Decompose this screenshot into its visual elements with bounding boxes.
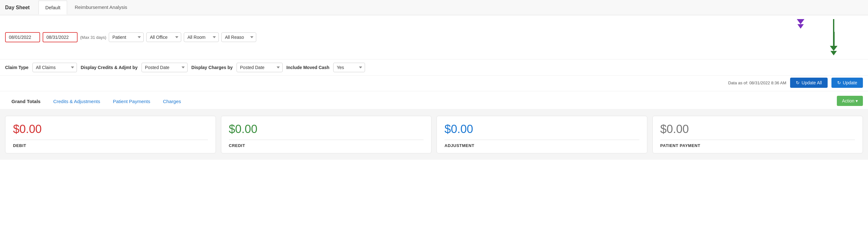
arrows-wrapper: [797, 19, 863, 55]
data-as-of-label: Data as of: 08/31/2022 8:36 AM: [728, 81, 786, 85]
patient-payment-divider: [660, 140, 855, 140]
update-all-refresh-icon: ↻: [796, 80, 800, 85]
update-button[interactable]: ↻ Update: [831, 78, 863, 88]
patient-payment-card: $0.00 PATIENT PAYMENT: [652, 116, 863, 153]
app-title: Day Sheet: [5, 1, 36, 14]
office-select[interactable]: All Office: [146, 32, 181, 42]
adjustment-card: $0.00 ADJUSTMENT: [437, 116, 647, 153]
claim-type-select[interactable]: All Claims Primary Secondary: [32, 63, 77, 72]
claim-type-label: Claim Type: [5, 65, 29, 70]
action-button-label: Action ▾: [842, 98, 858, 103]
tab-reimbursement[interactable]: Reimbursement Analysis: [68, 1, 133, 14]
tab-credits-adjustments[interactable]: Credits & Adjustments: [47, 96, 106, 109]
tab-grand-totals[interactable]: Grand Totals: [5, 96, 47, 109]
credit-card: $0.00 CREDIT: [221, 116, 432, 153]
display-credits-label: Display Credits & Adjmt by: [81, 65, 138, 70]
content-tabs: Grand Totals Credits & Adjustments Patie…: [5, 96, 187, 109]
app-container: Day Sheet Default Reimbursement Analysis…: [0, 0, 868, 245]
date-to-input[interactable]: [42, 32, 78, 42]
display-charges-label: Display Charges by: [191, 65, 233, 70]
data-status-row: Data as of: 08/31/2022 8:36 AM ↻ Update …: [0, 76, 868, 91]
debit-label: DEBIT: [13, 143, 208, 148]
update-all-label: Update All: [802, 80, 822, 85]
adjustment-amount: $0.00: [444, 123, 640, 136]
reason-select[interactable]: All Reaso: [221, 32, 256, 42]
credit-divider: [229, 140, 424, 140]
action-button[interactable]: Action ▾: [837, 96, 863, 106]
tab-patient-payments[interactable]: Patient Payments: [106, 96, 157, 109]
update-refresh-icon: ↻: [837, 80, 841, 85]
cards-row: $0.00 DEBIT $0.00 CREDIT $0.00 ADJUSTMEN…: [0, 110, 868, 160]
arrow-green-icon: [830, 19, 837, 55]
filter-row-1: (Max 31 days) Patient All Office All Roo…: [0, 15, 868, 60]
credit-amount: $0.00: [229, 123, 424, 136]
filter-row-2: Claim Type All Claims Primary Secondary …: [0, 60, 868, 76]
debit-divider: [13, 140, 208, 140]
date-from-input[interactable]: [5, 32, 40, 42]
tab-default[interactable]: Default: [38, 1, 67, 14]
room-select[interactable]: All Room: [184, 32, 219, 42]
top-tabs-row: Day Sheet Default Reimbursement Analysis: [0, 0, 868, 15]
patient-payment-label: PATIENT PAYMENT: [660, 143, 855, 148]
debit-card: $0.00 DEBIT: [5, 116, 216, 153]
update-all-button[interactable]: ↻ Update All: [790, 78, 828, 88]
patient-select[interactable]: Patient: [109, 32, 144, 42]
update-label: Update: [843, 80, 857, 85]
content-tabs-row: Grand Totals Credits & Adjustments Patie…: [0, 91, 868, 110]
arrow-green-col: [830, 19, 837, 55]
adjustment-label: ADJUSTMENT: [444, 143, 640, 148]
patient-payment-amount: $0.00: [660, 123, 855, 136]
include-moved-cash-select[interactable]: Yes No: [333, 63, 365, 72]
display-credits-select[interactable]: Posted Date Service Date: [142, 63, 188, 72]
max-days-label: (Max 31 days): [80, 35, 106, 40]
tab-charges[interactable]: Charges: [157, 96, 188, 109]
include-moved-cash-label: Include Moved Cash: [286, 65, 330, 70]
credit-label: CREDIT: [229, 143, 424, 148]
debit-amount: $0.00: [13, 123, 208, 136]
display-charges-select[interactable]: Posted Date Service Date: [237, 63, 283, 72]
adjustment-divider: [444, 140, 640, 140]
